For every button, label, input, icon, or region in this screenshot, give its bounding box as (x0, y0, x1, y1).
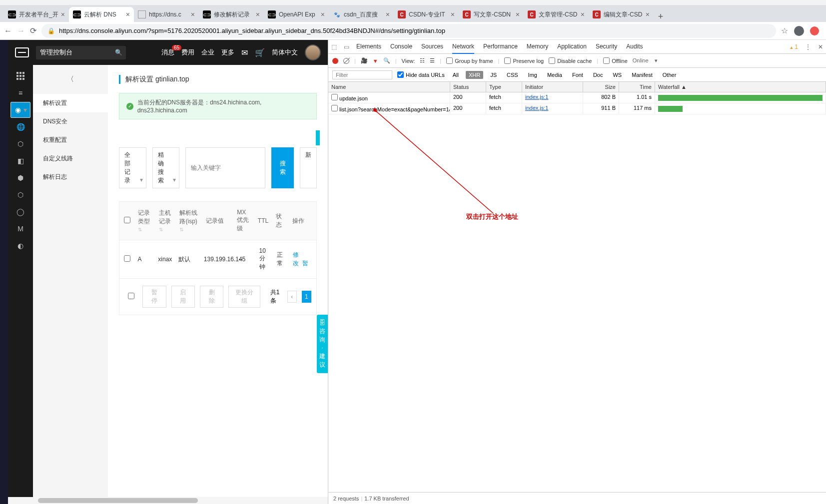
col-line[interactable]: 解析线路(isp) (176, 202, 202, 240)
nav-more[interactable]: 更多 (221, 48, 234, 57)
row-checkbox[interactable] (331, 105, 338, 111)
select-all-checkbox[interactable] (124, 217, 130, 223)
browser-tab[interactable]: CCSDN-专业IT× (394, 7, 459, 22)
browser-tab[interactable]: ⊂⊃修改解析记录× (199, 7, 264, 22)
new-button-clipped[interactable]: 新 (300, 147, 317, 188)
inspect-icon[interactable]: ⬚ (331, 43, 337, 50)
disable-cache-checkbox[interactable]: Disable cache (549, 57, 592, 64)
browser-tab[interactable]: C编辑文章-CSD× (589, 7, 654, 22)
extension-icon[interactable] (810, 26, 819, 35)
filter-type-doc[interactable]: Doc (590, 71, 606, 79)
mail-icon[interactable]: ✉ (241, 48, 248, 57)
devtools-tab-network[interactable]: Network (452, 40, 474, 54)
rail-item[interactable]: ⬡ (10, 136, 30, 152)
browser-tab[interactable]: C写文章-CSDN× (459, 7, 524, 22)
sidebar-item[interactable]: 解析日志 (33, 168, 108, 186)
browser-tab[interactable]: ⊂⊃开发者平台_开× (4, 7, 69, 22)
filter-type-js[interactable]: JS (487, 71, 500, 79)
filter-type-ws[interactable]: WS (610, 71, 625, 79)
network-request-row[interactable]: update.json200fetchindex.js:1802 B1.01 s (328, 92, 826, 103)
sidebar-item[interactable]: 自定义线路 (33, 149, 108, 168)
menu-back-icon[interactable]: 〈 (33, 70, 108, 94)
devtools-tab-elements[interactable]: Elements (356, 40, 381, 54)
col-name[interactable]: Name (328, 82, 450, 92)
devtools-tab-console[interactable]: Console (390, 40, 412, 54)
bulk-enable-button[interactable]: 启 用 (171, 286, 195, 308)
view-large-icon[interactable]: ☷ (420, 57, 425, 64)
op-pause[interactable]: 暂 (302, 260, 308, 267)
tab-close-icon[interactable]: × (191, 10, 195, 18)
group-by-frame-checkbox[interactable]: Group by frame (446, 57, 493, 64)
search-icon[interactable]: 🔍 (111, 49, 126, 56)
search-icon[interactable]: 🔍 (383, 57, 390, 64)
devtools-tab-performance[interactable]: Performance (483, 40, 518, 54)
foot-checkbox[interactable] (128, 293, 134, 299)
tab-close-icon[interactable]: × (61, 10, 65, 18)
page-current[interactable]: 1 (302, 291, 311, 303)
browser-tab[interactable]: https://dns.c× (134, 7, 199, 22)
console-search[interactable]: 🔍 (36, 46, 126, 59)
sidebar-item[interactable]: 权重配置 (33, 131, 108, 149)
page-prev[interactable]: ‹ (287, 291, 297, 303)
offline-checkbox[interactable]: Offline (603, 57, 628, 64)
devtools-tab-sources[interactable]: Sources (421, 40, 443, 54)
rail-item[interactable]: ◯ (10, 204, 30, 220)
col-time[interactable]: Time (619, 82, 655, 92)
filter-type-img[interactable]: Img (525, 71, 540, 79)
rail-item[interactable]: ≡ (10, 85, 30, 101)
col-size[interactable]: Size (583, 82, 619, 92)
horizontal-scrollbar[interactable] (8, 497, 328, 504)
sidebar-item[interactable]: DNS安全 (33, 112, 108, 131)
view-small-icon[interactable]: ☰ (430, 57, 435, 64)
warnings-badge[interactable]: 1 (789, 43, 798, 50)
tab-close-icon[interactable]: × (516, 10, 520, 18)
keyword-input[interactable] (185, 147, 265, 188)
user-avatar[interactable] (305, 44, 321, 60)
filter-type-all[interactable]: All (450, 71, 462, 79)
nav-fee[interactable]: 费用 (181, 48, 194, 57)
new-tab-button[interactable]: + (654, 11, 668, 22)
col-type[interactable]: 记录类型 (135, 202, 156, 240)
rail-item[interactable]: ◧ (10, 153, 30, 169)
tab-close-icon[interactable]: × (126, 10, 130, 18)
devtools-tab-memory[interactable]: Memory (527, 40, 548, 54)
cart-icon[interactable]: 🛒 (255, 48, 265, 57)
nav-messages[interactable]: 消息 65 (161, 48, 174, 57)
col-host[interactable]: 主机记录 (156, 202, 177, 240)
col-type[interactable]: Type (486, 82, 522, 92)
filter-type-other[interactable]: Other (660, 71, 680, 79)
rail-item-globe-icon[interactable]: 🌐 (10, 119, 30, 135)
filter-type-font[interactable]: Font (569, 71, 586, 79)
tab-close-icon[interactable]: × (321, 10, 325, 18)
reload-icon[interactable]: ⟳ (30, 26, 36, 35)
filter-input[interactable] (332, 70, 392, 79)
nav-language[interactable]: 简体中文 (272, 48, 298, 57)
rail-item[interactable]: ⬡ (10, 187, 30, 203)
initiator-link[interactable]: index.js:1 (525, 94, 548, 100)
tab-close-icon[interactable]: × (451, 10, 455, 18)
browser-tab[interactable]: ⊂⊃云解析 DNS× (69, 7, 134, 22)
rail-apps-icon[interactable] (10, 68, 30, 84)
bulk-group-button[interactable]: 更换分组 (228, 286, 260, 308)
initiator-link[interactable]: index.js:1 (525, 105, 548, 111)
rail-item[interactable]: ◐ (10, 238, 30, 254)
filter-all-records[interactable]: 全部记录 (119, 147, 146, 188)
preserve-log-checkbox[interactable]: Preserve log (504, 57, 544, 64)
tab-close-icon[interactable]: × (256, 10, 260, 18)
record-icon[interactable] (332, 58, 338, 64)
browser-tab[interactable]: 🐾csdn_百度搜× (329, 7, 394, 22)
rail-item[interactable]: ⬢ (10, 170, 30, 186)
bookmark-star-icon[interactable]: ☆ (781, 26, 788, 35)
profile-avatar-icon[interactable] (794, 26, 804, 36)
nav-enterprise[interactable]: 企业 (201, 48, 214, 57)
devtools-tab-audits[interactable]: Audits (626, 40, 643, 54)
row-checkbox[interactable] (124, 255, 130, 262)
rail-item-dns[interactable]: ◉ (10, 102, 30, 118)
bulk-pause-button[interactable]: 暂 停 (142, 286, 166, 308)
rail-item[interactable]: M (10, 221, 30, 237)
search-button[interactable]: 搜 索 (271, 147, 294, 188)
help-float[interactable]: 🗄 咨询·建议 (317, 315, 328, 373)
hide-data-urls-checkbox[interactable]: Hide data URLs (397, 71, 445, 78)
devtools-tab-application[interactable]: Application (557, 40, 587, 54)
filter-type-xhr[interactable]: XHR (466, 71, 483, 79)
